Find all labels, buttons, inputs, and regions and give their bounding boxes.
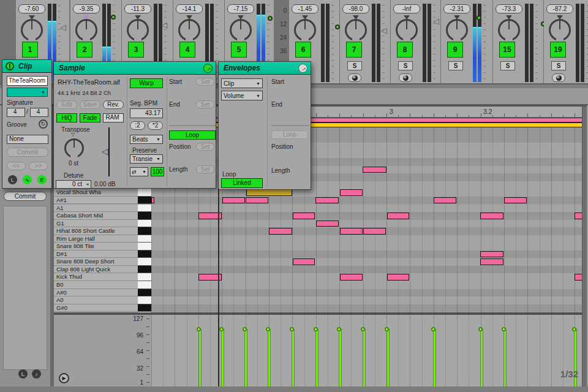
vertical-scrollbar[interactable]: [582, 107, 587, 387]
drum-row-label[interactable]: A1: [54, 205, 138, 213]
track-volume-value[interactable]: -14.1: [176, 4, 203, 13]
track-activator-button[interactable]: 6: [295, 42, 311, 58]
set-position-button[interactable]: Set: [196, 143, 214, 151]
drum-row-label[interactable]: Kick Thud: [54, 273, 138, 281]
velocity-stem[interactable]: [481, 330, 483, 387]
track-volume-value[interactable]: -98.0: [342, 4, 369, 13]
track-volume-value[interactable]: -2.31: [443, 4, 470, 13]
arm-button[interactable]: [552, 74, 565, 82]
pan-knob[interactable]: [21, 19, 43, 41]
drum-row-label[interactable]: D#1: [54, 251, 138, 258]
piano-key[interactable]: [138, 220, 151, 228]
track-activator-button[interactable]: 5: [231, 42, 247, 58]
drum-row-label[interactable]: A#0: [54, 289, 138, 297]
piano-key[interactable]: [138, 251, 151, 258]
sample-loop-toggle[interactable]: Loop: [169, 130, 216, 140]
drum-row-label[interactable]: Snare 808 Deep Short: [54, 258, 138, 266]
midi-note[interactable]: [504, 197, 527, 204]
midi-note[interactable]: [315, 197, 339, 204]
piano-key[interactable]: [138, 243, 151, 251]
linked-toggle[interactable]: Linked: [221, 178, 263, 188]
pan-knob[interactable]: [345, 19, 367, 41]
velocity-stem-handle[interactable]: [266, 327, 270, 331]
velocity-lane[interactable]: [151, 315, 582, 387]
velocity-stem-handle[interactable]: [243, 327, 247, 331]
midi-note[interactable]: [340, 189, 363, 196]
midi-note[interactable]: [363, 167, 386, 173]
midi-note[interactable]: [480, 258, 503, 265]
save-sample-button[interactable]: Save: [80, 100, 100, 109]
midi-note[interactable]: [575, 213, 582, 219]
velocity-stem[interactable]: [434, 330, 435, 387]
transpose-knob[interactable]: [64, 138, 84, 158]
pan-knob[interactable]: [294, 19, 316, 41]
piano-key[interactable]: [138, 227, 151, 235]
groove-pool-button[interactable]: ↻: [39, 119, 48, 129]
pan-knob[interactable]: [396, 19, 418, 41]
groove-chooser[interactable]: None: [7, 135, 48, 144]
piano-key[interactable]: [138, 273, 151, 281]
drum-row-label[interactable]: G1: [54, 220, 138, 228]
next-clip-button[interactable]: >>: [29, 162, 48, 170]
midi-note[interactable]: [316, 221, 339, 227]
fade-toggle[interactable]: Fade: [80, 113, 100, 123]
pan-knob[interactable]: [549, 19, 571, 41]
track-activator-button[interactable]: 15: [499, 42, 515, 58]
solo-button[interactable]: S: [398, 61, 413, 70]
ram-toggle[interactable]: RAM: [103, 113, 124, 123]
track-volume-value[interactable]: -9.35: [73, 4, 100, 13]
piano-key[interactable]: [138, 205, 151, 213]
midi-note[interactable]: [575, 274, 582, 281]
drum-row-label[interactable]: Snare 808 Tite: [54, 243, 138, 251]
midi-note[interactable]: [246, 189, 292, 196]
midi-note[interactable]: [293, 213, 315, 219]
track-volume-value[interactable]: -Inf: [393, 4, 420, 13]
track-volume-value[interactable]: -87.2: [546, 4, 573, 13]
velocity-stem-handle[interactable]: [478, 327, 483, 331]
velocity-stem-handle[interactable]: [290, 327, 294, 331]
velocity-stem-handle[interactable]: [219, 327, 224, 331]
solo-button[interactable]: S: [347, 61, 362, 70]
track-activator-button[interactable]: 4: [179, 42, 195, 58]
velocity-stem-handle[interactable]: [502, 327, 506, 331]
sample-panel-expand-button[interactable]: →: [203, 64, 213, 73]
set-end-button[interactable]: Set: [196, 100, 214, 108]
arm-button[interactable]: [348, 74, 361, 82]
clip-name-field[interactable]: TheTeaRoom: [7, 76, 48, 86]
prev-clip-button[interactable]: <<: [7, 162, 26, 170]
track-volume-value[interactable]: -7.15: [227, 4, 254, 13]
volume-slider-handle[interactable]: ◁: [102, 146, 108, 156]
midi-note[interactable]: [387, 213, 409, 219]
double-tempo-button[interactable]: *2: [148, 121, 163, 130]
launch-box-selector[interactable]: L: [8, 175, 17, 184]
volume-slider-handle[interactable]: ◁: [381, 26, 387, 34]
envelope-control-chooser[interactable]: Volume▼: [221, 91, 263, 100]
midi-note[interactable]: [480, 251, 503, 258]
velocity-stem-handle[interactable]: [385, 327, 389, 331]
midi-note[interactable]: [293, 258, 315, 265]
midi-note[interactable]: [222, 197, 245, 204]
pan-knob[interactable]: [127, 19, 149, 41]
midi-note[interactable]: [363, 228, 386, 235]
track-activator-button[interactable]: 7: [346, 42, 362, 58]
track-volume-value[interactable]: -7.60: [18, 4, 45, 13]
volume-slider-handle[interactable]: ◁: [433, 17, 439, 25]
detune-field[interactable]: 0 ct ◄: [56, 180, 91, 189]
velocity-stem[interactable]: [504, 330, 506, 387]
set-length-button[interactable]: Set: [196, 165, 214, 173]
track-volume-value[interactable]: -11.3: [124, 4, 151, 13]
pan-knob[interactable]: [178, 19, 200, 41]
velocity-stem-handle[interactable]: [431, 327, 435, 331]
track-activator-button[interactable]: 9: [447, 42, 463, 58]
drum-row-label[interactable]: Rim Large Hall: [54, 235, 138, 243]
commit-button[interactable]: Commit: [4, 192, 47, 201]
midi-note[interactable]: [480, 213, 503, 219]
edit-sample-button[interactable]: Edit: [56, 100, 77, 109]
track-activator-button[interactable]: 1: [22, 42, 38, 58]
velocity-stem[interactable]: [387, 330, 389, 387]
arm-button[interactable]: [399, 74, 412, 82]
hiq-toggle[interactable]: HiQ: [56, 113, 77, 123]
sample-box-selector[interactable]: ∿: [23, 175, 32, 184]
sample-volume-slider[interactable]: [108, 127, 110, 176]
pan-knob[interactable]: [498, 19, 520, 41]
